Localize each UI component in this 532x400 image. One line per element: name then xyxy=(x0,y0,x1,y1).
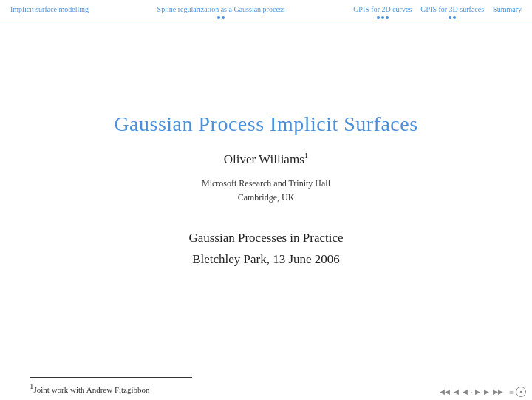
bottom-nav: ◀◀ ◀ ◀ · ▶ ▶ ▶▶ ≡ ● xyxy=(439,387,526,397)
nav-dots-spline xyxy=(98,16,344,19)
nav-prev-button[interactable]: ◀ xyxy=(453,388,460,396)
nav-label-implicit: Implicit surface modelling xyxy=(10,5,89,13)
footer-divider xyxy=(30,377,192,378)
dot xyxy=(381,16,384,19)
nav-dots-gpis3d xyxy=(420,16,484,19)
nav-separator: · xyxy=(471,388,473,396)
affiliation-line2: Cambridge, UK xyxy=(238,192,295,203)
nav-next-section-button[interactable]: ▶ xyxy=(474,388,481,396)
nav-label-spline: Spline regularization as a Gaussian proc… xyxy=(157,5,285,13)
nav-menu-icon[interactable]: ≡ xyxy=(509,388,514,396)
nav-first-button[interactable]: ◀◀ xyxy=(439,388,451,396)
nav-item-spline[interactable]: Spline regularization as a Gaussian proc… xyxy=(93,4,349,19)
conference-line2: Bletchley Park, 13 June 2006 xyxy=(192,252,340,266)
nav-prev-section-button[interactable]: ◀ xyxy=(462,388,468,396)
nav-next-button[interactable]: ▶ xyxy=(483,388,490,396)
author-name: Oliver Williams xyxy=(224,152,304,166)
conference-line1: Gaussian Processes in Practice xyxy=(188,231,343,245)
dot xyxy=(453,16,456,19)
dot xyxy=(386,16,389,19)
dot xyxy=(377,16,380,19)
affiliation-line1: Microsoft Research and Trinity Hall xyxy=(202,178,330,189)
nav-last-button[interactable]: ▶▶ xyxy=(492,388,504,396)
slide-conference: Gaussian Processes in Practice Bletchley… xyxy=(188,228,343,271)
dot xyxy=(222,16,225,19)
author-superscript: 1 xyxy=(304,151,309,160)
footnote: 1Joint work with Andrew Fitzgibbon xyxy=(30,382,502,394)
nav-label-gpis3d: GPIS for 3D surfaces xyxy=(420,5,484,13)
nav-circle-button[interactable]: ● xyxy=(516,387,526,397)
slide-content: Gaussian Process Implicit Surfaces Olive… xyxy=(0,29,532,353)
slide-title: Gaussian Process Implicit Surfaces xyxy=(114,112,417,136)
dot xyxy=(449,16,451,19)
nav-label-summary: Summary xyxy=(493,5,522,13)
nav-item-summary[interactable]: Summary xyxy=(488,4,526,15)
nav-item-gpis3d[interactable]: GPIS for 3D surfaces xyxy=(416,4,488,19)
footnote-text: Joint work with Andrew Fitzgibbon xyxy=(34,385,150,394)
dot xyxy=(217,16,220,19)
nav-label-gpis2d: GPIS for 2D curves xyxy=(353,5,412,13)
nav-item-gpis2d[interactable]: GPIS for 2D curves xyxy=(349,4,416,19)
nav-bar: Implicit surface modelling Spline regula… xyxy=(0,0,532,21)
nav-item-implicit[interactable]: Implicit surface modelling xyxy=(6,4,93,15)
slide-affiliation: Microsoft Research and Trinity Hall Camb… xyxy=(202,177,330,205)
slide-author: Oliver Williams1 xyxy=(224,151,309,167)
nav-dots-gpis2d xyxy=(353,16,412,19)
